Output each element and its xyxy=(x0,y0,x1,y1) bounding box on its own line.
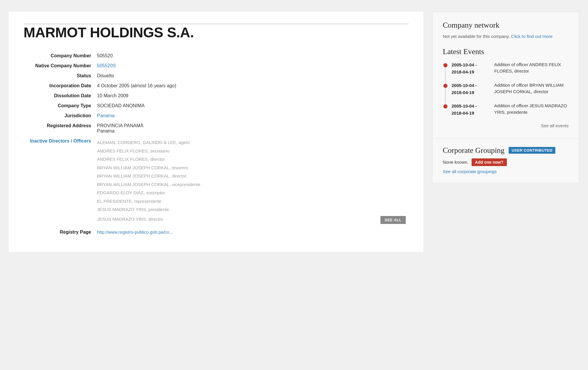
inactive-directors-row: Inactive Directors / Officers ALEMAN, CO… xyxy=(24,136,409,227)
corp-description: None known. Add one now? xyxy=(443,158,569,166)
timeline-dot xyxy=(443,63,447,67)
native-number-value: 505520S xyxy=(97,61,409,71)
event-description: Addition of officer BRYAN WILLIAM JOSEPH… xyxy=(494,82,569,95)
list-item: ALEMAN, CORDERO, GALINDO & LEE, agent xyxy=(97,138,406,147)
company-type-row: Company Type SOCIEDAD ANONIMA xyxy=(24,101,409,111)
company-number-label: Company Number xyxy=(24,51,97,61)
registry-label: Registry Page xyxy=(24,227,97,237)
officers-cell: ALEMAN, CORDERO, GALINDO & LEE, agentAND… xyxy=(97,136,409,227)
network-description: Not yet available for this company. Clic… xyxy=(443,33,569,40)
officer-link[interactable]: ANDRES FELIX FLORES xyxy=(97,157,148,162)
status-label: Status xyxy=(24,71,97,81)
officer-link[interactable]: EL PRESIDENTE xyxy=(97,199,132,204)
company-type-label: Company Type xyxy=(24,101,97,111)
jurisdiction-row: Jurisdiction Panama xyxy=(24,111,409,121)
officer-link[interactable]: BRYAN WILLIAM JOSEPH CORKAL xyxy=(97,173,169,178)
officer-link[interactable]: BRYAN WILLIAM JOSEPH CORKAL xyxy=(97,165,169,170)
list-item: JESUS MADRAZO YRIS, presidente xyxy=(97,205,406,214)
jurisdiction-label: Jurisdiction xyxy=(24,111,97,121)
incorporation-row: Incorporation Date 4 October 2005 (almos… xyxy=(24,81,409,91)
officers-list: ALEMAN, CORDERO, GALINDO & LEE, agentAND… xyxy=(97,138,406,225)
list-item: ANDRES FELIX FLORES, director xyxy=(97,155,406,164)
see-all-corporate-groupings-link[interactable]: See all corporate groupings xyxy=(443,169,569,174)
right-panel: Company network Not yet available for th… xyxy=(432,12,579,252)
company-network-section: Company network Not yet available for th… xyxy=(432,12,579,139)
add-now-button[interactable]: Add one now? xyxy=(472,158,507,166)
list-item: JESUS MADRAZO YRIS, director SEE ALL xyxy=(97,214,406,225)
event-description: Addition of officer JESUS MADRAZO YRIS, … xyxy=(494,103,569,116)
user-contributed-badge: USER CONTRIBUTED xyxy=(509,147,555,154)
corporate-grouping-section: Corporate Grouping USER CONTRIBUTED None… xyxy=(432,139,579,183)
see-all-events: See all events xyxy=(443,123,569,130)
company-number-row: Company Number 505520 xyxy=(24,51,409,61)
event-description: Addition of officer ANDRES FELIX FLORES,… xyxy=(494,61,569,75)
officer-link[interactable]: JESUS MADRAZO YRIS xyxy=(97,207,146,212)
list-item: ANDRES FELIX FLORES, secretario xyxy=(97,147,406,155)
incorporation-label: Incorporation Date xyxy=(24,81,97,91)
dissolution-row: Dissolution Date 10 March 2009 xyxy=(24,91,409,101)
status-row: Status Disuelto xyxy=(24,71,409,81)
network-find-out-link[interactable]: Click to find out more xyxy=(511,34,552,39)
dissolution-value: 10 March 2009 xyxy=(97,91,409,101)
officer-link[interactable]: ALEMAN, CORDERO, GALINDO & LEE xyxy=(97,140,176,145)
registry-value: http://www.registro-publico.gob.pa/co... xyxy=(97,227,409,237)
company-type-value: SOCIEDAD ANONIMA xyxy=(97,101,409,111)
officer-name-link: JESUS MADRAZO YRIS, director xyxy=(97,216,163,223)
registered-address-row: Registered Address PROVINCIA PANAMÁ Pana… xyxy=(24,121,409,136)
registry-row: Registry Page http://www.registro-public… xyxy=(24,227,409,237)
events-section: Latest Events 2005-10-04 -2018-04-19 Add… xyxy=(443,47,569,130)
none-known-text: None known. xyxy=(443,160,469,165)
event-date: 2005-10-04 -2018-04-19 xyxy=(452,103,494,117)
timeline-item: 2005-10-04 -2018-04-19 Addition of offic… xyxy=(443,82,569,96)
left-panel: MARMOT HOLDINGS S.A. Company Number 5055… xyxy=(9,12,423,252)
address-line1: PROVINCIA PANAMÁ xyxy=(97,123,406,128)
see-all-events-link[interactable]: See all events xyxy=(541,123,569,128)
incorporation-value: 4 October 2005 (almost 16 years ago) xyxy=(97,81,409,91)
list-item: EL PRESIDENTE, representante xyxy=(97,197,406,206)
native-number-row: Native Company Number 505520S xyxy=(24,61,409,71)
corporate-grouping-title: Corporate Grouping xyxy=(443,146,505,155)
company-number-value: 505520 xyxy=(97,51,409,61)
timeline-dot xyxy=(443,84,447,88)
network-title: Company network xyxy=(443,21,569,30)
registry-link[interactable]: http://www.registro-publico.gob.pa/co... xyxy=(97,230,173,235)
list-item: BRYAN WILLIAM JOSEPH CORKAL, vicepreside… xyxy=(97,180,406,189)
jurisdiction-value: Panama xyxy=(97,111,409,121)
network-desc-text: Not yet available for this company. xyxy=(443,34,510,39)
status-value: Disuelto xyxy=(97,71,409,81)
corp-title-row: Corporate Grouping USER CONTRIBUTED xyxy=(443,146,569,155)
see-all-button[interactable]: SEE ALL xyxy=(380,216,406,224)
jurisdiction-link[interactable]: Panama xyxy=(97,113,115,118)
registered-address-value: PROVINCIA PANAMÁ Panama xyxy=(97,121,409,136)
officer-link[interactable]: ANDRES FELIX FLORES xyxy=(97,148,148,153)
list-item: BRYAN WILLIAM JOSEPH CORKAL, director xyxy=(97,172,406,180)
officer-link[interactable]: BRYAN WILLIAM JOSEPH CORKAL xyxy=(97,182,169,187)
dissolution-label: Dissolution Date xyxy=(24,91,97,101)
company-title: MARMOT HOLDINGS S.A. xyxy=(24,24,409,41)
info-table: Company Number 505520 Native Company Num… xyxy=(24,51,409,237)
event-date: 2005-10-04 -2018-04-19 xyxy=(452,82,494,96)
list-item: BRYAN WILLIAM JOSEPH CORKAL, tesorero xyxy=(97,164,406,172)
timeline-item: 2005-10-04 -2018-04-19 Addition of offic… xyxy=(443,61,569,76)
registered-address-label: Registered Address xyxy=(24,121,97,136)
officer-link[interactable]: EDGARDO ELOY DIAZ xyxy=(97,190,143,195)
events-title: Latest Events xyxy=(443,47,569,56)
native-number-label: Native Company Number xyxy=(24,61,97,71)
address-line2: Panama xyxy=(97,128,406,134)
list-item: EDGARDO ELOY DIAZ, suscriptor xyxy=(97,189,406,197)
native-number-link[interactable]: 505520S xyxy=(97,63,116,68)
inactive-directors-label: Inactive Directors / Officers xyxy=(24,136,97,227)
timeline: 2005-10-04 -2018-04-19 Addition of offic… xyxy=(443,61,569,117)
page-wrapper: MARMOT HOLDINGS S.A. Company Number 5055… xyxy=(0,0,588,264)
timeline-item: 2005-10-04 -2018-04-19 Addition of offic… xyxy=(443,103,569,117)
timeline-dot xyxy=(443,104,447,108)
event-date: 2005-10-04 -2018-04-19 xyxy=(452,61,494,76)
